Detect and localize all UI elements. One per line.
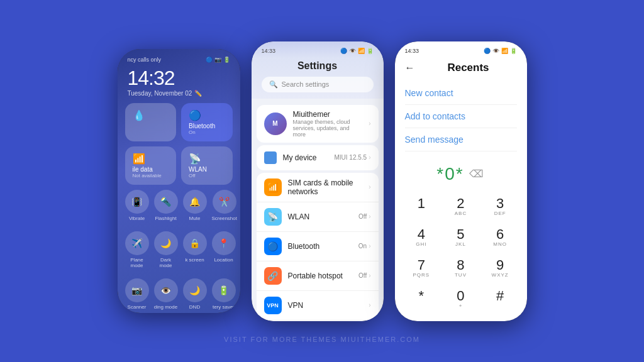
settings-title: Settings (262, 60, 374, 72)
new-contact-option[interactable]: New contact (405, 82, 517, 105)
recents-title: Recents (420, 62, 517, 74)
darkmode-btn[interactable]: 🌙 Dark mode (154, 231, 178, 268)
p1-status-left: ncy calls only (128, 57, 162, 63)
sim-text: SIM cards & mobile networks (288, 178, 363, 196)
plane-label: Plane mode (125, 257, 149, 268)
battery-saver-icon: 🔋 (212, 278, 236, 302)
vpn-title: VPN (288, 301, 363, 310)
phone-settings: 14:33 🔵 👁️ 📶 🔋 Settings 🔍 Search setting… (252, 41, 384, 321)
scanner-label: Scanner (128, 304, 147, 310)
dial-7[interactable]: 7 PQRS (402, 253, 441, 283)
hotspot-icon: 💧 (133, 109, 169, 121)
p1-date: Tuesday, November 02 ✏️ (118, 90, 240, 103)
hotspot-title: Portable hotspot (288, 272, 353, 280)
dial-4[interactable]: 4 GHI (402, 222, 441, 252)
miuithemer-chevron: › (369, 120, 370, 127)
dnd-btn[interactable]: 🌙 DND (183, 278, 207, 310)
p1-clock: 14:32 (118, 65, 240, 90)
flashlight-label: Flashlight (155, 216, 176, 221)
mute-btn[interactable]: 🔔 Mute (183, 190, 207, 221)
wlan-item[interactable]: 📡 WLAN Off › (257, 202, 379, 232)
hotspot-text: Portable hotspot (288, 272, 353, 280)
screenshot-label: Screenshot (212, 216, 237, 221)
battery-saver-label: tery saver (213, 304, 235, 310)
back-button[interactable]: ← (405, 62, 415, 74)
dnd-label: DND (189, 304, 200, 310)
dial-9[interactable]: 9 WXYZ (481, 253, 519, 283)
phone3-screen: 14:33 🔵 👁️ 📶 🔋 ← Recents New contact Add… (395, 41, 527, 321)
phones-container: ncy calls only 🔵 📷 🔋 14:32 Tuesday, Nove… (118, 41, 527, 321)
p1-icon-row-2: ✈️ Plane mode 🌙 Dark mode 🔒 k screen 📍 L… (118, 226, 240, 273)
p1-icon-row-1: 📳 Vibrate 🔦 Flashlight 🔔 Mute ✂️ Screens… (118, 185, 240, 226)
tile-mobile-data[interactable]: 📶 ile data Not available (125, 146, 177, 185)
recents-header: ← Recents (395, 58, 527, 79)
miuithemer-subtitle: Manage themes, cloud services, updates, … (293, 119, 363, 138)
eye3-icon: 👁️ (492, 48, 499, 54)
hotspot-item[interactable]: 🔗 Portable hotspot Off › (257, 261, 379, 291)
data-icon: 📶 (133, 153, 169, 165)
bt3-icon: 🔵 (484, 48, 491, 54)
eye-icon: 👁️ (349, 48, 356, 54)
vpn-text: VPN (288, 301, 363, 310)
sim-networks-item[interactable]: 📶 SIM cards & mobile networks › (257, 173, 379, 202)
miuithemer-title: Miuithemer (293, 110, 363, 119)
bluetooth-status: On › (358, 243, 371, 250)
hotspot-chevron: › (369, 272, 370, 279)
mydevice-section[interactable]: My device MIUI 12.5.5 › (257, 145, 379, 170)
p2-status-bar: 14:33 🔵 👁️ 📶 🔋 (252, 41, 384, 58)
phone-control-center: ncy calls only 🔵 📷 🔋 14:32 Tuesday, Nove… (118, 49, 240, 313)
mydevice-version: MIUI 12.5.5 › (334, 154, 370, 161)
dial-6[interactable]: 6 MNO (481, 222, 519, 252)
location-btn[interactable]: 📍 Location (212, 231, 236, 268)
watermark: VISIT FOR MORE THEMES MIUITHEMER.COM (224, 336, 420, 343)
screenshot-btn[interactable]: ✂️ Screenshot (212, 190, 237, 221)
add-to-contacts-option[interactable]: Add to contacts (405, 105, 517, 128)
batt3-icon: 🔋 (510, 48, 517, 54)
battery-saver-btn[interactable]: 🔋 tery saver (212, 278, 236, 310)
tile-personal-hotspot[interactable]: 💧 (125, 103, 177, 141)
wlan-title: WLAN (288, 212, 353, 221)
bluetooth-settings-icon: 🔵 (264, 238, 282, 255)
plane-btn[interactable]: ✈️ Plane mode (125, 231, 149, 268)
reading-btn[interactable]: 👁️ ding mode (154, 278, 178, 310)
lock-icon: 🔒 (183, 231, 207, 255)
settings-header: Settings 🔍 Search settings (252, 58, 384, 99)
p2-time: 14:33 (262, 48, 276, 54)
recents-options: New contact Add to contacts Send message (395, 79, 527, 154)
connection-sharing-item[interactable]: 🔄 Connection & sharing › (257, 321, 379, 321)
dialer-display: *0* ⌫ (395, 154, 527, 189)
scanner-btn[interactable]: 📷 Scanner (125, 278, 149, 310)
phone1-screen: ncy calls only 🔵 📷 🔋 14:32 Tuesday, Nove… (118, 49, 240, 313)
wlan-icon: 📡 (264, 208, 282, 226)
send-message-option[interactable]: Send message (405, 128, 517, 151)
lockscreen-btn[interactable]: 🔒 k screen (183, 231, 207, 268)
dial-1[interactable]: 1 (402, 192, 441, 221)
dial-5[interactable]: 5 JKL (441, 222, 480, 252)
vpn-item[interactable]: VPN VPN › (257, 291, 379, 321)
dial-hash[interactable]: # (481, 284, 519, 314)
dial-3[interactable]: 3 DEF (481, 192, 519, 221)
mute-label: Mute (189, 216, 201, 221)
p1-status-icons: 🔵 📷 🔋 (206, 57, 230, 63)
dial-2[interactable]: 2 ABC (441, 192, 480, 221)
bt-icon: 🔵 (340, 48, 347, 54)
settings-search[interactable]: 🔍 Search settings (262, 77, 374, 92)
camera-icon: 📷 (214, 57, 221, 63)
flashlight-btn[interactable]: 🔦 Flashlight (154, 190, 178, 221)
p2-status-icons: 🔵 👁️ 📶 🔋 (340, 48, 374, 54)
vpn-icon: VPN (264, 297, 282, 314)
dial-8[interactable]: 8 TUV (441, 253, 480, 283)
backspace-icon[interactable]: ⌫ (469, 168, 485, 180)
miuithemer-section[interactable]: M Miuithemer Manage themes, cloud servic… (257, 105, 379, 143)
dial-0[interactable]: 0 + (441, 284, 480, 314)
phone2-screen: 14:33 🔵 👁️ 📶 🔋 Settings 🔍 Search setting… (252, 41, 384, 321)
vibrate-btn[interactable]: 📳 Vibrate (125, 190, 149, 221)
tile-bluetooth[interactable]: 🔵 Bluetooth On (181, 103, 233, 141)
scanner-icon: 📷 (125, 278, 149, 302)
dial-star[interactable]: * (402, 284, 441, 314)
bluetooth-item[interactable]: 🔵 Bluetooth On › (257, 232, 379, 261)
location-label: Location (214, 257, 233, 263)
p1-icon-row-3: 📷 Scanner 👁️ ding mode 🌙 DND 🔋 tery save… (118, 273, 240, 313)
signal-icon: 📶 (358, 48, 365, 54)
tile-wlan[interactable]: 📡 WLAN Off (181, 146, 233, 185)
